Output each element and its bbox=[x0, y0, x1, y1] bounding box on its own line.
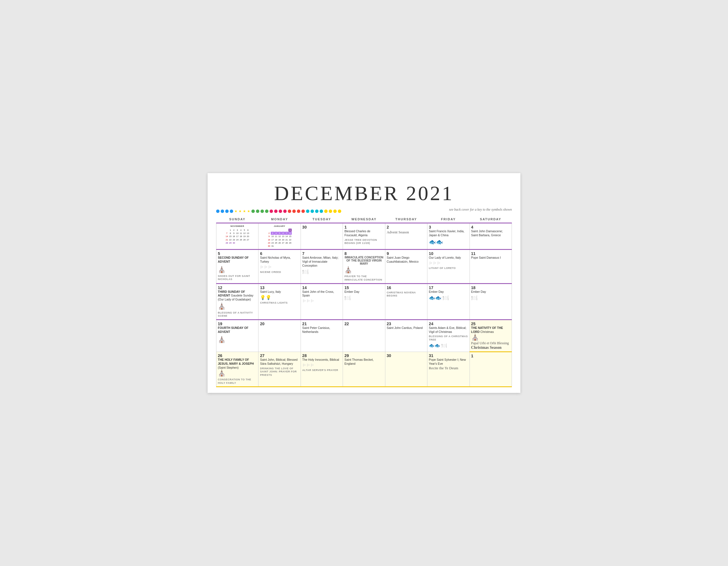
table-row: 7 Saint Ambrose, Milan, Italy; Vigil of … bbox=[301, 250, 343, 283]
header-wednesday: WEDNESDAY bbox=[343, 216, 385, 223]
table-row: 16 CHRISTMAS NOVENA BEGINS bbox=[385, 283, 427, 319]
church-icon: ⛪ bbox=[344, 267, 352, 274]
date-number: 30 bbox=[302, 225, 307, 230]
saint-name: Our Lady of Loreto, Italy bbox=[429, 256, 468, 260]
table-row: 27 Saint John, Biblical; Blessed Sára Sa… bbox=[258, 352, 301, 387]
dot bbox=[225, 210, 229, 213]
pennants-icon: 🏳🏳🏳 bbox=[302, 363, 341, 367]
dot bbox=[270, 210, 273, 213]
mini-calendar-january: JANUARY 1 2345678 9101112131415 16171819… bbox=[260, 225, 299, 248]
activity-label: CHRISTMAS LIGHTS bbox=[260, 301, 299, 305]
week-row-5: 26 THE HOLY FAMILY OF JESUS, MARY & JOSE… bbox=[216, 352, 512, 387]
activity-label: CONSECRATION TO THE HOLY FAMILY bbox=[218, 378, 257, 385]
saint-name: SECOND SUNDAY OF ADVENT bbox=[218, 256, 257, 264]
table-row: 15 Ember Day 🍽️ bbox=[343, 283, 385, 319]
table-row: 1 Blessed Charles de Foucauld, Algeria J… bbox=[343, 223, 385, 250]
table-row: 29 Saint Thomas Becket, England bbox=[343, 352, 385, 387]
dot bbox=[311, 210, 314, 213]
saint-name: Saint John of the Cross, Spain bbox=[302, 290, 341, 297]
activity-label: LITANY OF LORETO bbox=[429, 267, 468, 270]
date-number: 21 bbox=[302, 321, 307, 326]
mini-calendar-november: NOVEMBER 123456 78910111213 141516171819… bbox=[218, 225, 257, 245]
dot bbox=[333, 210, 337, 213]
dot bbox=[288, 210, 291, 213]
table-row: 22 bbox=[343, 320, 385, 352]
saint-name: Saint Thomas Becket, England bbox=[344, 358, 383, 365]
date-number: 7 bbox=[302, 251, 305, 256]
pennants-icon: 🏳🏳🏳 bbox=[260, 265, 299, 270]
date-number: 14 bbox=[302, 285, 307, 290]
date-number: 26 bbox=[218, 353, 222, 358]
table-row: NOVEMBER 123456 78910111213 141516171819… bbox=[216, 223, 258, 250]
date-number: 5 bbox=[218, 251, 220, 256]
church-icon: ⛪ bbox=[218, 266, 226, 273]
church-icon: ⛪ bbox=[218, 303, 226, 310]
saint-name: Ember Day bbox=[471, 290, 510, 294]
date-number: 19 bbox=[218, 321, 222, 326]
date-number: 16 bbox=[387, 285, 391, 290]
table-row: 3 Saint Francis Xavier, India, Japan & C… bbox=[427, 223, 470, 250]
dot bbox=[324, 210, 328, 213]
table-row: 26 THE HOLY FAMILY OF JESUS, MARY & JOSE… bbox=[216, 352, 258, 387]
saint-name: Saint Lucy, Italy bbox=[260, 290, 299, 294]
table-row: 1 bbox=[470, 352, 512, 387]
back-cover-note: see back cover for a key to the symbols … bbox=[449, 208, 512, 212]
church-icon: ⛪ bbox=[218, 336, 226, 343]
dots-row: ★ ★ ★ ★ see back cover for a key to the … bbox=[216, 208, 512, 215]
table-row: JANUARY 1 2345678 9101112131415 16171819… bbox=[258, 223, 301, 250]
date-number: 12 bbox=[218, 285, 222, 290]
saint-name: THIRD SUNDAY OF ADVENT Gaudete Sunday (O… bbox=[218, 290, 257, 301]
saint-name: Saint Nicholas of Myra, Turkey bbox=[260, 256, 299, 264]
header-thursday: THURSDAY bbox=[385, 216, 427, 223]
saint-name: Pope Saint Damasus I bbox=[471, 256, 510, 260]
table-row: 31 Pope Saint Sylvester I; New Year's Ev… bbox=[427, 352, 470, 387]
week-row-2: 5 SECOND SUNDAY OF ADVENT ⛪ SHOES OUT FO… bbox=[216, 250, 512, 283]
dot bbox=[251, 210, 255, 213]
plate-icon: 🍽️ bbox=[442, 295, 449, 301]
header-saturday: SATURDAY bbox=[470, 216, 512, 223]
date-number: 13 bbox=[260, 285, 264, 290]
date-number: 15 bbox=[344, 285, 349, 290]
table-row: 30 bbox=[301, 223, 343, 250]
table-row: 18 Ember Day 🍽️ bbox=[470, 283, 512, 319]
date-number: 22 bbox=[344, 321, 349, 326]
activity-label: BLESSING OF A CHRISTMAS TREE bbox=[429, 335, 468, 341]
dot bbox=[320, 210, 323, 213]
dot bbox=[279, 210, 282, 213]
table-row: 14 Saint John of the Cross, Spain 🏳🏳🏳 bbox=[301, 283, 343, 319]
table-row: 13 Saint Lucy, Italy 💡💡 CHRISTMAS LIGHTS bbox=[258, 283, 301, 319]
dot bbox=[216, 210, 220, 213]
table-row: 28 The Holy Innocents, Biblical 🏳🏳🏳 ALTA… bbox=[301, 352, 343, 387]
pennants-icon: 🏳🏳🏳 bbox=[429, 261, 468, 266]
date-number: 17 bbox=[429, 285, 433, 290]
plate-icon: 🍽️ bbox=[471, 295, 477, 301]
saint-name: Saint Juan Diego Cuauhtlatoatzin, Mexico bbox=[387, 256, 426, 264]
cursive-text: Recite the Te Deum bbox=[429, 366, 458, 370]
dot bbox=[315, 210, 319, 213]
star-icon: ★ bbox=[239, 210, 242, 213]
date-number: 27 bbox=[260, 353, 264, 358]
saint-name: THE HOLY FAMILY OF JESUS, MARY & JOSEPH … bbox=[218, 358, 257, 369]
header-friday: FRIDAY bbox=[427, 216, 470, 223]
dot bbox=[306, 210, 309, 213]
icons-row: 🐟🐟 🍽️ bbox=[429, 343, 468, 348]
activity-label: SHOES OUT FOR SAINT NICHOLAS bbox=[218, 275, 257, 281]
dot bbox=[297, 210, 300, 213]
activity-label: NICENE CREED bbox=[260, 271, 299, 274]
dot bbox=[301, 210, 305, 213]
table-row: 9 Saint Juan Diego Cuauhtlatoatzin, Mexi… bbox=[385, 250, 427, 283]
saint-name: Saint John Damascene; Saint Barbara, Gre… bbox=[471, 230, 510, 237]
table-row: 20 bbox=[258, 320, 301, 352]
fish-icon: 🐟🐟 bbox=[429, 343, 440, 348]
cursive-text-2: Christmas Season bbox=[471, 345, 510, 350]
saint-name: THE NATIVITY OF THE LORD Christmas bbox=[471, 326, 510, 334]
week-row-1: NOVEMBER 123456 78910111213 141516171819… bbox=[216, 223, 512, 250]
fish-icon: 🐟🐟 bbox=[429, 239, 443, 245]
icons-row: 🐟🐟 bbox=[429, 239, 468, 245]
icons-row: 🍽️ bbox=[344, 295, 383, 301]
dot bbox=[256, 210, 259, 213]
dot bbox=[230, 210, 233, 213]
page: DECEMBER 2021 ★ ★ ★ ★ see back cover for… bbox=[208, 173, 520, 392]
table-row: 21 Saint Peter Canisius, Netherlands bbox=[301, 320, 343, 352]
table-row: 24 Saints Adam & Eve, Biblical; Vigil of… bbox=[427, 320, 470, 352]
